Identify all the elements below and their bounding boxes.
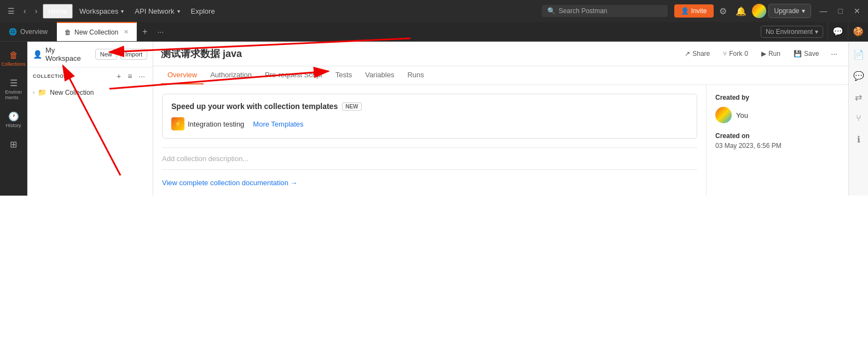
invite-button[interactable]: 👤 Invite bbox=[674, 4, 714, 18]
import-button[interactable]: Import bbox=[120, 49, 147, 60]
sidebar-item-history[interactable]: 🕐 History bbox=[0, 107, 27, 133]
right-panel-docs-button[interactable]: 📄 bbox=[850, 46, 867, 63]
right-panel-merge-button[interactable]: ⇄ bbox=[852, 89, 865, 106]
history-icon: 🕐 bbox=[8, 111, 19, 122]
chevron-right-icon: › bbox=[33, 89, 34, 95]
search-bar[interactable]: 🔍 Search Postman bbox=[542, 5, 668, 17]
collections-toolbar: COLLECTIONS + ≡ ··· bbox=[27, 67, 153, 85]
globe-icon: 🌐 bbox=[9, 28, 17, 36]
chevron-down-icon: ▾ bbox=[121, 8, 124, 14]
flows-icon: ⊞ bbox=[10, 139, 17, 150]
environments-icon: ☰ bbox=[10, 78, 18, 88]
share-icon: ↗ bbox=[685, 50, 690, 58]
content-title-bar: ↗ Share ⑂ Fork 0 ▶ Run 💾 Save ··· bbox=[153, 42, 848, 66]
tab-tests[interactable]: Tests bbox=[329, 66, 358, 84]
comments-button[interactable]: 💬 bbox=[828, 22, 848, 42]
run-icon: ▶ bbox=[761, 50, 766, 58]
sub-tabs: Overview Authorization Pre-request Scrip… bbox=[153, 66, 848, 85]
topbar: ☰ ‹ › Home Workspaces ▾ API Network ▾ Ex… bbox=[0, 0, 868, 22]
settings-button[interactable]: ⚙ bbox=[716, 4, 730, 19]
menu-hamburger-button[interactable]: ☰ bbox=[4, 4, 18, 18]
maximize-button[interactable]: □ bbox=[835, 5, 846, 16]
new-tab-button[interactable]: + bbox=[137, 27, 153, 37]
description-placeholder[interactable]: Add collection description... bbox=[162, 147, 697, 170]
sidebar-item-flows[interactable]: ⊞ bbox=[0, 135, 27, 154]
minimize-button[interactable]: — bbox=[817, 5, 831, 16]
window-controls: — □ ✕ bbox=[817, 5, 864, 16]
collections-panel: 👤 My Workspace New Import COLLECTIONS + … bbox=[27, 42, 153, 196]
tab-more-button[interactable]: ··· bbox=[153, 27, 168, 36]
new-button[interactable]: New bbox=[95, 49, 117, 60]
panel-header: 👤 My Workspace New Import bbox=[27, 42, 153, 67]
tab-variables[interactable]: Variables bbox=[358, 66, 401, 84]
integration-testing-icon: ⚡ bbox=[171, 117, 184, 130]
close-tab-icon[interactable]: ✕ bbox=[124, 28, 129, 36]
tabbar: 🌐 Overview 🗑 New Collection ✕ + ··· No E… bbox=[0, 22, 868, 42]
close-button[interactable]: ✕ bbox=[850, 5, 864, 16]
workspace-icon: 👤 bbox=[33, 50, 42, 59]
content-body: Speed up your work with collection templ… bbox=[153, 85, 848, 196]
collection-title-input[interactable] bbox=[161, 48, 676, 60]
right-panel-branch-button[interactable]: ⑂ bbox=[853, 110, 865, 127]
environment-selector[interactable]: No Environment ▾ bbox=[761, 26, 823, 38]
templates-box: Speed up your work with collection templ… bbox=[162, 94, 697, 139]
fork-icon: ⑂ bbox=[723, 50, 727, 58]
more-templates-link[interactable]: More Templates bbox=[253, 120, 303, 128]
workspaces-menu[interactable]: Workspaces ▾ bbox=[75, 5, 128, 18]
add-collection-button[interactable]: + bbox=[114, 71, 123, 82]
right-panel-info-button[interactable]: ℹ bbox=[854, 131, 864, 148]
templates-header: Speed up your work with collection templ… bbox=[171, 102, 688, 111]
avatar[interactable] bbox=[752, 4, 766, 18]
notifications-button[interactable]: 🔔 bbox=[732, 4, 750, 19]
content-main: Speed up your work with collection templ… bbox=[153, 85, 706, 196]
chevron-down-icon: ▾ bbox=[815, 28, 818, 36]
back-button[interactable]: ‹ bbox=[20, 4, 30, 18]
tab-overview[interactable]: 🌐 Overview bbox=[0, 22, 57, 41]
chevron-down-icon: ▾ bbox=[177, 8, 180, 14]
creator-avatar bbox=[715, 107, 732, 123]
list-item[interactable]: › 📁 New Collection bbox=[27, 85, 153, 100]
right-panel-comments-button[interactable]: 💬 bbox=[850, 67, 867, 84]
right-panel: 📄 💬 ⇄ ⑂ ℹ bbox=[848, 42, 868, 196]
search-icon: 🔍 bbox=[547, 7, 555, 15]
sidebar-item-environments[interactable]: ☰ Environments bbox=[0, 73, 27, 105]
save-button[interactable]: 💾 Save bbox=[789, 48, 823, 60]
tab-new-collection[interactable]: 🗑 New Collection ✕ bbox=[57, 22, 137, 41]
api-network-menu[interactable]: API Network ▾ bbox=[130, 5, 184, 18]
more-options-button[interactable]: ··· bbox=[828, 47, 841, 60]
fork-button[interactable]: ⑂ Fork 0 bbox=[719, 48, 753, 60]
tab-right-icons: 💬 🍪 bbox=[828, 22, 868, 42]
forward-button[interactable]: › bbox=[32, 4, 41, 18]
filter-collections-button[interactable]: ≡ bbox=[125, 71, 134, 82]
content-area: ↗ Share ⑂ Fork 0 ▶ Run 💾 Save ··· bbox=[153, 42, 848, 196]
collection-icon: 🗑 bbox=[65, 28, 71, 36]
tab-runs[interactable]: Runs bbox=[401, 66, 430, 84]
chevron-down-icon: ▾ bbox=[802, 7, 805, 15]
sidebar-item-collections[interactable]: 🗑 Collections bbox=[0, 46, 27, 71]
creator-row: You bbox=[715, 107, 840, 123]
tab-overview[interactable]: Overview bbox=[161, 66, 204, 84]
folder-icon: 📁 bbox=[38, 88, 47, 96]
explore-menu[interactable]: Explore bbox=[187, 5, 219, 18]
view-docs-link[interactable]: View complete collection documentation → bbox=[162, 179, 697, 187]
run-button[interactable]: ▶ Run bbox=[757, 48, 785, 60]
tab-authorization[interactable]: Authorization bbox=[204, 66, 258, 84]
more-collections-button[interactable]: ··· bbox=[136, 71, 147, 82]
main-area: 🗑 Collections ☰ Environments 🕐 History ⊞… bbox=[0, 42, 868, 196]
content-sidebar: Created by You Created on 03 May 2023, 6… bbox=[706, 85, 848, 196]
cookies-button[interactable]: 🍪 bbox=[848, 22, 868, 42]
templates-items: ⚡ Integration testing More Templates bbox=[171, 117, 688, 130]
upgrade-button[interactable]: Upgrade ▾ bbox=[768, 4, 811, 18]
home-button[interactable]: Home bbox=[43, 4, 73, 19]
collections-icon: 🗑 bbox=[9, 50, 18, 60]
save-icon: 💾 bbox=[794, 50, 802, 58]
tab-pre-request-script[interactable]: Pre-request Script bbox=[258, 66, 329, 84]
integration-testing-template[interactable]: ⚡ Integration testing bbox=[171, 117, 244, 130]
sidebar-icon-rail: 🗑 Collections ☰ Environments 🕐 History ⊞ bbox=[0, 42, 27, 196]
invite-icon: 👤 bbox=[681, 7, 689, 15]
share-button[interactable]: ↗ Share bbox=[680, 48, 714, 60]
